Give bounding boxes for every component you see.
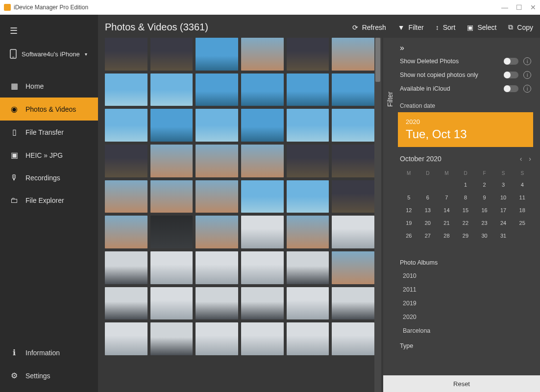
photo-thumbnail[interactable] (196, 322, 238, 355)
calendar-day[interactable]: 2 (475, 179, 493, 191)
photo-thumbnail[interactable] (287, 180, 329, 213)
calendar-day[interactable]: 21 (438, 217, 456, 229)
photo-thumbnail[interactable] (196, 109, 238, 142)
calendar-day[interactable]: 29 (457, 230, 475, 242)
photo-thumbnail[interactable] (241, 287, 284, 320)
photo-thumbnail[interactable] (241, 251, 284, 284)
calendar-prev-button[interactable]: ‹ (520, 155, 522, 163)
photo-thumbnail[interactable] (105, 145, 147, 177)
sidebar-item-information[interactable]: ℹInformation (0, 341, 98, 364)
filter-button[interactable]: ▼Filter (398, 23, 424, 31)
photo-thumbnail[interactable] (332, 74, 374, 106)
calendar-day[interactable]: 5 (400, 192, 418, 203)
photo-thumbnail[interactable] (332, 109, 374, 142)
collapse-filter-icon[interactable]: » (400, 44, 531, 52)
photo-thumbnail[interactable] (196, 74, 238, 106)
album-item[interactable]: 2010 (400, 269, 531, 283)
photo-thumbnail[interactable] (150, 109, 193, 142)
minimize-button[interactable]: — (501, 3, 508, 11)
calendar-day[interactable]: 28 (438, 230, 456, 242)
calendar-next-button[interactable]: › (529, 155, 531, 163)
filter-toggle-switch[interactable] (504, 58, 518, 65)
calendar-day[interactable]: 23 (475, 217, 493, 229)
calendar-day[interactable]: 26 (400, 230, 418, 242)
hamburger-menu[interactable]: ☰ (0, 19, 98, 43)
photo-thumbnail[interactable] (287, 216, 329, 248)
calendar-day[interactable]: 16 (475, 204, 493, 216)
photo-thumbnail[interactable] (105, 180, 147, 213)
select-button[interactable]: ▣Select (467, 23, 496, 31)
calendar-day[interactable]: 7 (438, 192, 456, 203)
calendar-day[interactable]: 10 (494, 192, 513, 203)
calendar-day[interactable]: 17 (494, 204, 513, 216)
info-icon[interactable]: i (523, 57, 531, 65)
calendar-day[interactable]: 30 (475, 230, 493, 242)
photo-thumbnail[interactable] (150, 74, 193, 106)
photo-thumbnail[interactable] (287, 109, 329, 142)
photo-thumbnail[interactable] (332, 38, 374, 71)
photo-thumbnail[interactable] (241, 180, 284, 213)
calendar-day[interactable]: 27 (419, 230, 437, 242)
photo-thumbnail[interactable] (105, 109, 147, 142)
photo-thumbnail[interactable] (241, 109, 284, 142)
info-icon[interactable]: i (523, 71, 531, 79)
sort-button[interactable]: ↕Sort (436, 23, 456, 31)
calendar-day[interactable]: 19 (400, 217, 418, 229)
photo-thumbnail[interactable] (287, 38, 329, 71)
photo-thumbnail[interactable] (332, 180, 374, 213)
photo-thumbnail[interactable] (105, 322, 147, 355)
photo-thumbnail[interactable] (105, 74, 147, 106)
calendar-day[interactable]: 14 (438, 204, 456, 216)
calendar-day[interactable]: 24 (494, 217, 513, 229)
calendar-day[interactable]: 12 (400, 204, 418, 216)
photo-thumbnail[interactable] (150, 251, 193, 284)
photo-thumbnail[interactable] (332, 287, 374, 320)
photo-grid[interactable] (105, 38, 374, 392)
sidebar-item-photos-videos[interactable]: ◉Photos & Videos (0, 98, 98, 121)
photo-thumbnail[interactable] (196, 38, 238, 71)
photo-thumbnail[interactable] (105, 287, 147, 320)
calendar-day[interactable]: 4 (513, 179, 531, 191)
filter-toggle-switch[interactable] (504, 85, 518, 92)
photo-thumbnail[interactable] (241, 322, 284, 355)
calendar-day[interactable]: 31 (494, 230, 513, 242)
calendar-day[interactable]: 8 (457, 192, 475, 203)
photo-thumbnail[interactable] (241, 38, 284, 71)
photo-thumbnail[interactable] (150, 38, 193, 71)
calendar-day[interactable]: 22 (457, 217, 475, 229)
calendar-day[interactable]: 18 (513, 204, 531, 216)
sidebar-item-heic-jpg[interactable]: ▣HEIC » JPG (0, 144, 98, 167)
device-selector[interactable]: Software4u's iPhone ▾ (0, 43, 98, 65)
photo-thumbnail[interactable] (150, 180, 193, 213)
reset-button[interactable]: Reset (383, 375, 540, 392)
album-item[interactable]: Barcelona (400, 324, 531, 338)
photo-thumbnail[interactable] (287, 251, 329, 284)
photo-thumbnail[interactable] (196, 145, 238, 177)
maximize-button[interactable]: ☐ (516, 3, 522, 11)
photo-thumbnail[interactable] (332, 251, 374, 284)
copy-button[interactable]: ⧉Copy (508, 23, 533, 31)
photo-thumbnail[interactable] (196, 216, 238, 248)
album-item[interactable]: 2019 (400, 296, 531, 310)
calendar-day[interactable]: 11 (513, 192, 531, 203)
album-item[interactable]: 2011 (400, 283, 531, 296)
photo-thumbnail[interactable] (332, 145, 374, 177)
calendar-day[interactable]: 15 (457, 204, 475, 216)
photo-thumbnail[interactable] (287, 287, 329, 320)
calendar-day[interactable]: 3 (494, 179, 513, 191)
photo-thumbnail[interactable] (332, 322, 374, 355)
calendar-day[interactable]: 1 (457, 179, 475, 191)
photo-thumbnail[interactable] (287, 74, 329, 106)
sidebar-item-file-transfer[interactable]: ▯File Transfer (0, 121, 98, 144)
album-item[interactable]: 2020 (400, 310, 531, 324)
photo-thumbnail[interactable] (196, 251, 238, 284)
photo-thumbnail[interactable] (150, 145, 193, 177)
refresh-button[interactable]: ⟳Refresh (352, 23, 386, 31)
sidebar-item-file-explorer[interactable]: 🗀File Explorer (0, 189, 98, 212)
calendar-day[interactable]: 13 (419, 204, 437, 216)
photo-thumbnail[interactable] (287, 145, 329, 177)
photo-thumbnail[interactable] (150, 322, 193, 355)
photo-thumbnail[interactable] (196, 287, 238, 320)
photo-thumbnail[interactable] (332, 216, 374, 248)
photo-thumbnail[interactable] (150, 287, 193, 320)
